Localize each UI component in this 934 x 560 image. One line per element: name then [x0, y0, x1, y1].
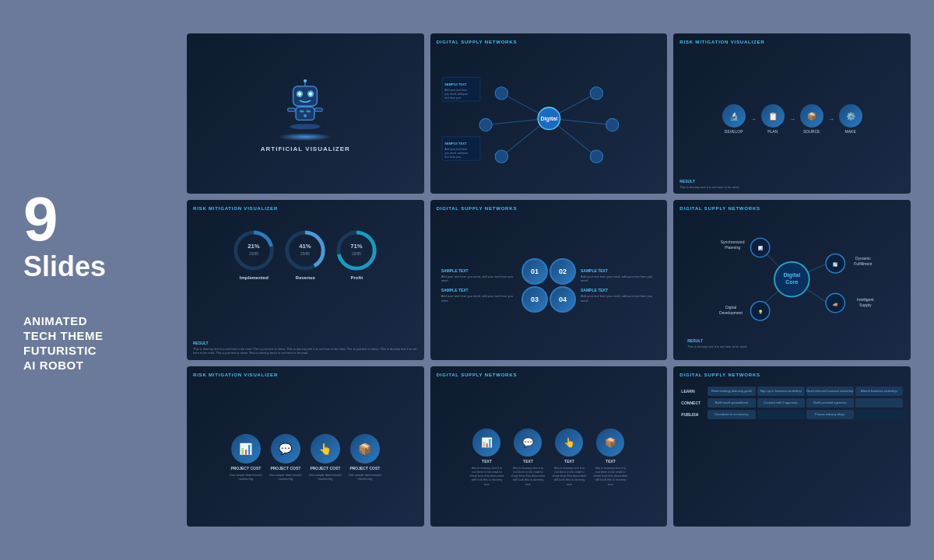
node-map-svg: Digital Core 📊 Synchronized Planning 🔄 D…: [681, 219, 903, 332]
feature-animated: ANIMATED: [23, 314, 171, 327]
num-04: 04: [550, 286, 576, 313]
svg-text:Supply: Supply: [859, 303, 872, 307]
svg-point-3: [298, 92, 301, 95]
svg-text:21%: 21%: [248, 243, 261, 250]
slides-label: Slides: [23, 250, 171, 283]
risk-arrow-2: →: [789, 116, 795, 123]
learn-cell-text-2: Sign up to business workshop: [760, 389, 802, 393]
svg-rect-0: [293, 86, 318, 106]
circle-implemented: 21% 20/95 Implemented: [231, 228, 276, 280]
slide-2-content: Digital SAMPLE TEXT Add your text here y…: [438, 41, 660, 186]
result-text-4: This is dummy text it is not here to be …: [193, 347, 418, 355]
svg-point-24: [495, 87, 507, 100]
svg-text:20/95: 20/95: [352, 252, 361, 256]
slide-1-ai-robot[interactable]: ARTIFICIAL VISUALIZER: [187, 33, 424, 194]
sample-label-3: SAMPLE TEXT: [581, 268, 656, 273]
svg-text:Intelligent: Intelligent: [857, 297, 874, 302]
supply-icon-circle-4: 📦: [596, 429, 624, 457]
supply-icon-label-3: Text: [564, 459, 574, 464]
publish-cell-2: [757, 410, 805, 419]
sample-label-2: SAMPLE TEXT: [441, 288, 517, 292]
robot-glow: [278, 133, 332, 141]
slide-6-node-map[interactable]: DIGITAL SUPPLY NETWORKS Digital Core 📊 S…: [673, 200, 911, 360]
slide-8-digital-icons[interactable]: DIGITAL SUPPLY NETWORKS 📊 Text this is d…: [430, 366, 668, 527]
slides-grid: ARTIFICIAL VISUALIZER DIGITAL SUPPLY NET…: [187, 33, 911, 526]
circle-profit: 71% 20/95 Profit: [334, 228, 379, 280]
learn-cell-4: Attend business workshop: [855, 387, 903, 396]
circle-revenue: 41% 20/95 Revenue: [283, 228, 328, 280]
slide-2-digital-supply[interactable]: DIGITAL SUPPLY NETWORKS: [430, 33, 668, 194]
slide-6-content: Digital Core 📊 Synchronized Planning 🔄 D…: [681, 208, 903, 352]
svg-text:Add your text here: Add your text here: [444, 89, 467, 92]
supply-icon-desc-2: this is dummy text it is not here to be …: [511, 466, 546, 486]
slide-8-content: 📊 Text this is dummy text it is not here…: [438, 374, 660, 519]
svg-point-26: [495, 150, 507, 163]
supply-icons-row: 📊 Text this is dummy text it is not here…: [469, 429, 628, 486]
svg-text:SAMPLE TEXT: SAMPLE TEXT: [444, 82, 467, 86]
svg-point-10: [304, 114, 307, 117]
donut-implemented: 21% 20/95: [231, 228, 276, 273]
slide-7-title: RISK MITIGATION VISUALIZER: [193, 373, 278, 377]
sample-desc-1: Add your text here you need, add your te…: [441, 275, 517, 283]
risk-icon-desc-2: Use simple data breach monitoring: [268, 473, 303, 481]
svg-rect-9: [307, 110, 311, 113]
slide-4-risk-circles[interactable]: RISK MITIGATION VISUALIZER 21% 20/95 Imp…: [187, 200, 424, 360]
table-row-publish: PUBLISH Contribute to community Pursue i…: [681, 410, 903, 419]
result-label-3: RESULT: [679, 179, 904, 184]
supply-icon-label-4: Text: [606, 459, 616, 464]
donut-revenue: 41% 20/95: [283, 228, 328, 273]
learn-label: LEARN: [681, 389, 704, 394]
slide-9-supply-table[interactable]: DIGITAL SUPPLY NETWORKS LEARN Read strat…: [673, 366, 911, 527]
make-label: MAKE: [845, 129, 856, 134]
slide-3-risk-mitigation[interactable]: RISK MITIGATION VISUALIZER 🔬 DEVELOP → 📋…: [673, 33, 911, 194]
num-01: 01: [521, 258, 548, 285]
plan-icon: 📋: [761, 104, 785, 128]
risk-icon-label-2: PROJECT COST: [270, 466, 300, 471]
risk-icon-2: 💬 PROJECT COST Use simple data breach mo…: [268, 434, 303, 481]
supply-network-svg: Digital SAMPLE TEXT Add your text here y…: [438, 52, 660, 186]
slide-5-title: DIGITAL SUPPLY NETWORKS: [437, 206, 518, 211]
feature-ai-robot: AI ROBOT: [23, 359, 171, 372]
supply-icon-3: 👆 Text this is dummy text it is not here…: [552, 429, 587, 486]
sample-text-box-2: SAMPLE TEXT Add your text here you need,…: [441, 288, 517, 303]
num-02: 02: [550, 258, 576, 285]
slide-9-title: DIGITAL SUPPLY NETWORKS: [679, 373, 760, 377]
connect-cells: Build excel spreadsheet Connect with 5 a…: [708, 398, 903, 408]
table-row-learn: LEARN Read strategy planning guide Sign …: [681, 387, 903, 396]
donut-profit: 71% 20/95: [334, 228, 379, 273]
slide-7-risk-icons[interactable]: RISK MITIGATION VISUALIZER 📊 PROJECT COS…: [187, 366, 424, 527]
slide-3-title: RISK MITIGATION VISUALIZER: [679, 40, 764, 44]
svg-rect-12: [315, 108, 323, 111]
risk-icon-circle-1: 📊: [231, 434, 261, 464]
risk-arrow-1: →: [750, 116, 757, 123]
publish-cell-text-3: Pursue industry blogs: [815, 412, 844, 416]
risk-steps: 🔬 DEVELOP → 📋 PLAN → 📦 SOURCE →: [722, 104, 862, 134]
risk-icons-row: 📊 PROJECT COST Use simple data breach mo…: [228, 434, 382, 481]
slide-1-title: ARTIFICIAL VISUALIZER: [261, 145, 350, 152]
learn-cell-2: Sign up to business workshop: [757, 387, 805, 396]
sample-desc-2: Add your text here you need, add your te…: [441, 294, 517, 303]
left-text-col: SAMPLE TEXT Add your text here you need,…: [441, 268, 517, 303]
robot-icon: [278, 75, 332, 130]
svg-text:20/95: 20/95: [300, 252, 310, 256]
connect-label: CONNECT: [681, 401, 704, 405]
slide-7-content: 📊 PROJECT COST Use simple data breach mo…: [195, 374, 416, 519]
slide-5-digital-numbered[interactable]: DIGITAL SUPPLY NETWORKS SAMPLE TEXT Add …: [430, 200, 668, 360]
supply-icon-desc-1: this is dummy text it is not here to be …: [469, 466, 504, 486]
risk-icon-circle-4: 📦: [350, 434, 380, 464]
sample-desc-4: Add your text here you need, add your te…: [581, 294, 656, 303]
supply-icon-label-1: Text: [482, 459, 492, 464]
publish-cell-1: Contribute to community: [708, 410, 755, 419]
supply-icon-circle-3: 👆: [555, 429, 583, 457]
table-row-connect: CONNECT Build excel spreadsheet Connect …: [681, 398, 903, 408]
sample-label-1: SAMPLE TEXT: [441, 268, 517, 273]
risk-icon-circle-3: 👆: [311, 434, 340, 464]
risk-icon-desc-4: Use simple data breach monitoring: [347, 473, 382, 481]
svg-rect-8: [300, 110, 304, 113]
supply-icon-label-2: Text: [523, 459, 533, 464]
risk-icon-desc-1: Use simple data breach monitoring: [228, 473, 263, 481]
svg-text:you need, add your: you need, add your: [444, 93, 469, 96]
risk-step-develop: 🔬 DEVELOP: [722, 104, 746, 134]
slide-3-footer: RESULT This is dummy text it is not here…: [679, 179, 904, 190]
learn-cell-text-4: Attend business workshop: [861, 389, 897, 393]
